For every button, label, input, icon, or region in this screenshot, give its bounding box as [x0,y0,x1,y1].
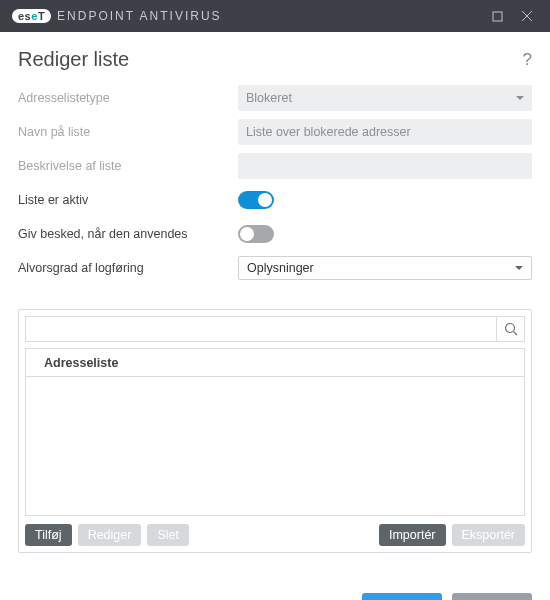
log-severity-value: Oplysninger [247,261,314,275]
export-button: Eksportér [452,524,526,546]
brand-suffix: T [38,10,45,22]
list-name-label: Navn på liste [18,125,238,139]
search-button[interactable] [496,317,524,341]
address-type-value: Blokeret [246,91,292,105]
search-icon [504,322,518,336]
brand-prefix: es [18,10,31,22]
svg-point-3 [505,324,514,333]
list-column-header: Adresseliste [25,348,525,376]
active-toggle[interactable] [238,191,274,209]
delete-button: Slet [147,524,189,546]
maximize-icon [492,11,503,22]
help-icon[interactable]: ? [523,50,532,70]
list-name-field: Liste over blokerede adresser [238,119,532,145]
list-body[interactable] [25,376,525,516]
edit-button: Rediger [78,524,142,546]
active-label: Liste er aktiv [18,193,238,207]
add-button[interactable]: Tilføj [25,524,72,546]
brand-badge: eseT [12,9,51,23]
address-type-label: Adresselistetype [18,91,238,105]
import-button[interactable]: Importér [379,524,446,546]
address-type-select: Blokeret [238,85,532,111]
brand-highlight: e [31,10,38,22]
window-close-button[interactable] [512,0,542,32]
list-desc-field [238,153,532,179]
notify-toggle[interactable] [238,225,274,243]
close-icon [521,10,533,22]
titlebar: eseT ENDPOINT ANTIVIRUS [0,0,550,32]
list-desc-label: Beskrivelse af liste [18,159,238,173]
ok-button[interactable]: OK [362,593,442,600]
log-severity-select[interactable]: Oplysninger [238,256,532,280]
product-name: ENDPOINT ANTIVIRUS [57,9,221,23]
notify-label: Giv besked, når den anvendes [18,227,238,241]
page-title: Rediger liste [18,48,523,71]
window-maximize-button[interactable] [482,0,512,32]
svg-rect-0 [493,12,502,21]
address-list-panel: Adresseliste Tilføj Rediger Slet Importé… [18,309,532,553]
cancel-button[interactable]: Annuller [452,593,532,600]
list-name-value: Liste over blokerede adresser [246,125,411,139]
log-severity-label: Alvorsgrad af logføring [18,261,238,275]
svg-line-4 [513,332,517,336]
search-input[interactable] [26,317,496,341]
